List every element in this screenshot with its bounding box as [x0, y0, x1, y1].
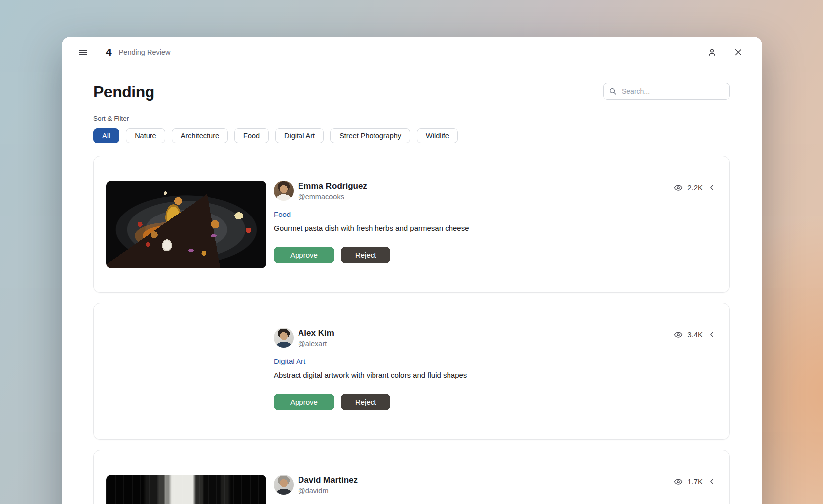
submission-photo-food [106, 181, 266, 268]
view-count: 3.4K [687, 330, 703, 339]
submission-description: Gourmet pasta dish with fresh herbs and … [274, 224, 717, 232]
view-stats: 3.4K [674, 330, 717, 339]
eye-icon [674, 330, 683, 339]
avatar [274, 181, 294, 201]
sort-filter-label: Sort & Filter [93, 115, 730, 122]
profile-button[interactable] [704, 45, 720, 60]
view-stats: 1.7K [674, 477, 717, 486]
filter-chip-architecture[interactable]: Architecture [172, 128, 228, 143]
chevron-left-icon [708, 184, 716, 191]
category-link[interactable]: Digital Art [274, 357, 305, 365]
chevron-left-icon [708, 331, 716, 338]
review-actions: Approve Reject [274, 247, 717, 263]
author-handle: @emmacooks [298, 193, 367, 201]
submission-photo-street [106, 475, 266, 504]
hamburger-icon [78, 48, 88, 57]
collapse-button[interactable] [707, 183, 717, 192]
pending-count: 4 [106, 46, 112, 58]
eye-icon [674, 477, 683, 486]
close-icon [734, 48, 743, 57]
view-stats: 2.2K [674, 183, 717, 192]
search-icon [609, 87, 617, 95]
avatar [274, 475, 294, 495]
avatar [274, 328, 294, 348]
submission-card: Alex Kim @alexart 3.4K Digital Art Abstr [93, 303, 730, 440]
user-icon [707, 48, 717, 57]
menu-button[interactable] [75, 45, 91, 60]
view-count: 2.2K [687, 183, 703, 192]
filter-chips: All Nature Architecture Food Digital Art… [93, 128, 730, 143]
approve-button[interactable]: Approve [274, 394, 334, 410]
main-content: Pending Sort & Filter All Nature Archite… [62, 68, 762, 504]
eye-icon [674, 183, 683, 192]
submission-info: Alex Kim @alexart 3.4K Digital Art Abstr [274, 328, 717, 410]
approve-button[interactable]: Approve [274, 247, 334, 263]
author-name: Alex Kim [298, 328, 334, 338]
author-handle: @alexart [298, 340, 334, 348]
submission-info: David Martinez @davidm 1.7K Street Photo… [274, 475, 717, 504]
submission-card: Emma Rodriguez @emmacooks 2.2K Food Gour [93, 156, 730, 293]
search-input[interactable] [603, 83, 730, 100]
submission-info: Emma Rodriguez @emmacooks 2.2K Food Gour [274, 181, 717, 263]
collapse-button[interactable] [707, 477, 717, 486]
page-title: Pending [93, 83, 154, 101]
filter-chip-all[interactable]: All [93, 128, 119, 143]
author-name: David Martinez [298, 475, 358, 485]
top-bar-actions [704, 45, 746, 60]
reject-button[interactable]: Reject [341, 394, 391, 410]
window-title: Pending Review [119, 48, 171, 56]
author-name: Emma Rodriguez [298, 181, 367, 191]
filter-chip-food[interactable]: Food [234, 128, 269, 143]
close-button[interactable] [731, 45, 746, 60]
pending-card-list: Emma Rodriguez @emmacooks 2.2K Food Gour [93, 156, 730, 504]
filter-chip-digital-art[interactable]: Digital Art [275, 128, 324, 143]
submission-card: David Martinez @davidm 1.7K Street Photo… [93, 450, 730, 504]
collapse-button[interactable] [707, 330, 717, 339]
view-count: 1.7K [687, 477, 703, 486]
review-actions: Approve Reject [274, 394, 717, 410]
chevron-left-icon [708, 478, 716, 485]
filter-chip-nature[interactable]: Nature [126, 128, 165, 143]
header-row: Pending [93, 83, 730, 101]
filter-chip-street-photography[interactable]: Street Photography [330, 128, 410, 143]
submission-description: Abstract digital artwork with vibrant co… [274, 371, 717, 379]
search-box [603, 83, 730, 100]
reject-button[interactable]: Reject [341, 247, 391, 263]
category-link[interactable]: Food [274, 210, 291, 218]
author-handle: @davidm [298, 487, 358, 495]
submission-photo-digital-art [106, 328, 266, 415]
filter-chip-wildlife[interactable]: Wildlife [417, 128, 458, 143]
top-bar: 4 Pending Review [62, 37, 762, 68]
app-window: 4 Pending Review Pending Sort & Filter A… [62, 37, 762, 504]
